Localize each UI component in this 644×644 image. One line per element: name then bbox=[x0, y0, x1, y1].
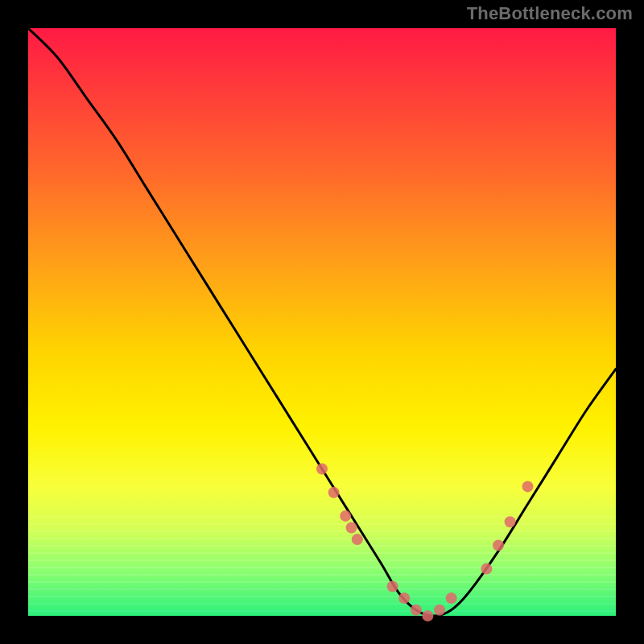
curve-layer bbox=[28, 28, 616, 616]
chart-stage: TheBottleneck.com bbox=[0, 0, 644, 644]
marker-point bbox=[493, 539, 504, 551]
marker-point bbox=[505, 516, 516, 527]
marker-point bbox=[446, 592, 457, 604]
marker-point bbox=[387, 581, 398, 592]
bottleneck-curve bbox=[28, 28, 616, 616]
marker-point bbox=[352, 534, 363, 545]
watermark-label: TheBottleneck.com bbox=[467, 5, 633, 23]
sample-markers bbox=[316, 464, 534, 622]
marker-point bbox=[481, 564, 492, 575]
marker-point bbox=[398, 592, 410, 604]
marker-point bbox=[434, 605, 445, 616]
marker-point bbox=[411, 605, 422, 616]
plot-area bbox=[28, 28, 616, 616]
marker-point bbox=[346, 522, 357, 534]
marker-point bbox=[522, 481, 534, 492]
marker-point bbox=[422, 610, 433, 621]
marker-point bbox=[340, 510, 351, 522]
marker-point bbox=[316, 464, 328, 475]
marker-point bbox=[328, 487, 340, 498]
